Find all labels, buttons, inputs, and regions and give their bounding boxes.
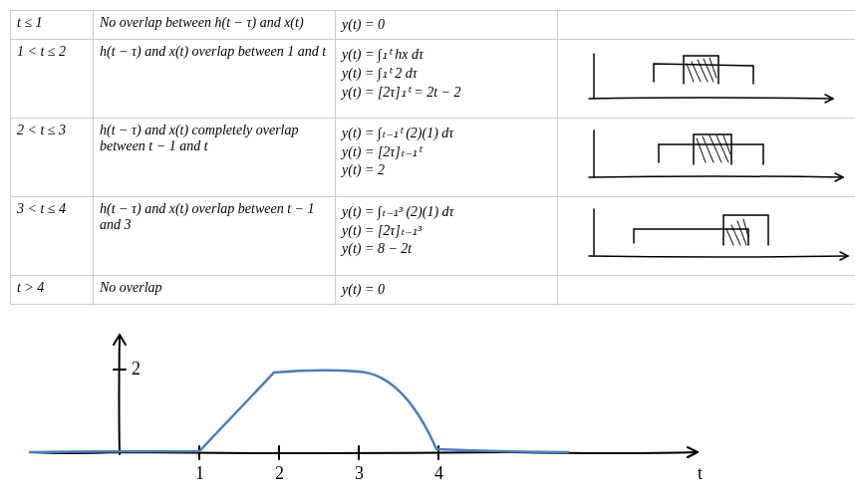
equation: y(t) = 8 − 2t	[342, 241, 551, 257]
description: No overlap	[100, 280, 162, 295]
convolution-cases-table: t ≤ 1 No overlap between h(t − τ) and x(…	[10, 10, 855, 305]
y-tick-label: 2	[132, 359, 141, 378]
description: h(t − τ) and x(t) overlap between t − 1 …	[100, 201, 315, 232]
equation: y(t) = [2τ]ₜ₋₁ᵗ	[342, 143, 551, 160]
equation: y(t) = 0	[342, 17, 551, 33]
overlap-sketch-row2	[564, 44, 855, 114]
equation: y(t) = ∫ₜ₋₁³ (2)(1) dτ	[342, 203, 551, 220]
output-plot: 2 1 2 3 4 t	[10, 315, 845, 494]
description: h(t − τ) and x(t) overlap between 1 and …	[100, 44, 326, 59]
overlap-sketch-row4	[564, 201, 855, 271]
condition: 3 < t ≤ 4	[17, 201, 66, 216]
condition: 1 < t ≤ 2	[17, 44, 66, 59]
table-row: t > 4 No overlap y(t) = 0	[11, 276, 856, 305]
table-row: 3 < t ≤ 4 h(t − τ) and x(t) overlap betw…	[11, 197, 856, 276]
x-tick-label: 4	[434, 463, 443, 483]
equation: y(t) = [2τ]₁ᵗ = 2t − 2	[342, 84, 551, 101]
condition: t ≤ 1	[17, 15, 43, 30]
equation: y(t) = ∫ₜ₋₁ᵗ (2)(1) dτ	[342, 125, 551, 141]
equation: y(t) = [2τ]ₜ₋₁³	[342, 222, 551, 239]
equation: y(t) = ∫₁ᵗ 2 dτ	[342, 65, 551, 82]
x-tick-label: 3	[355, 463, 364, 483]
equation: y(t) = 2	[342, 162, 551, 178]
overlap-sketch-row3	[564, 123, 855, 192]
table-row: 1 < t ≤ 2 h(t − τ) and x(t) overlap betw…	[11, 40, 856, 119]
x-tick-label: 1	[195, 463, 204, 483]
equation: y(t) = ∫₁ᵗ hx dτ	[342, 46, 551, 63]
x-axis-label: t	[698, 463, 703, 483]
description: h(t − τ) and x(t) completely overlap bet…	[100, 123, 299, 153]
table-row: 2 < t ≤ 3 h(t − τ) and x(t) completely o…	[11, 119, 856, 197]
equation: y(t) = 0	[342, 282, 551, 298]
condition: 2 < t ≤ 3	[17, 123, 66, 137]
description: No overlap between h(t − τ) and x(t)	[100, 15, 304, 30]
condition: t > 4	[17, 280, 44, 295]
x-tick-label: 2	[275, 463, 284, 483]
table-row: t ≤ 1 No overlap between h(t − τ) and x(…	[11, 11, 856, 40]
